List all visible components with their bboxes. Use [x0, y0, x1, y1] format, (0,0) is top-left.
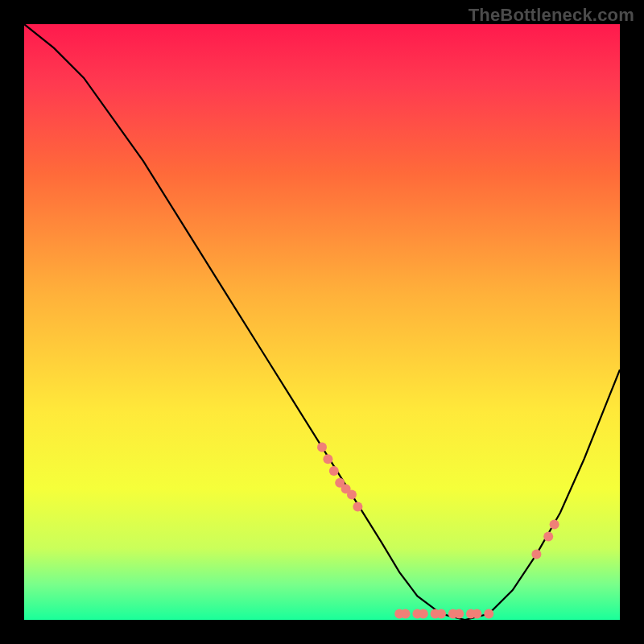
data-point [454, 609, 464, 619]
data-point [472, 609, 481, 619]
bottleneck-curve [24, 24, 620, 620]
data-point [550, 520, 559, 530]
data-point [329, 466, 339, 476]
data-point [543, 531, 553, 541]
data-point [323, 454, 332, 464]
data-point [436, 609, 446, 619]
data-point [531, 550, 541, 559]
watermark-text: TheBottleneck.com [469, 5, 634, 26]
bottleneck-chart [24, 24, 620, 620]
data-point [317, 442, 327, 452]
data-points [317, 442, 559, 618]
data-point [347, 490, 357, 500]
data-point [401, 609, 411, 619]
data-point [419, 609, 428, 619]
data-point [484, 609, 493, 619]
data-point [353, 502, 362, 511]
